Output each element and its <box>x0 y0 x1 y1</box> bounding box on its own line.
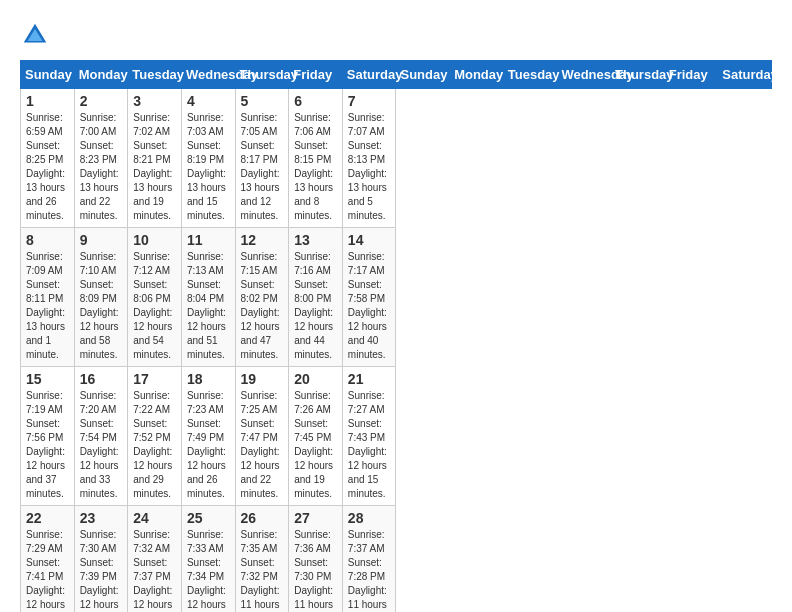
day-info: Sunrise: 6:59 AM Sunset: 8:25 PM Dayligh… <box>26 111 69 223</box>
col-header-thursday: Thursday <box>235 61 289 89</box>
calendar-week-1: 1Sunrise: 6:59 AM Sunset: 8:25 PM Daylig… <box>21 89 772 228</box>
col-header-friday: Friday <box>289 61 343 89</box>
calendar-cell: 12Sunrise: 7:15 AM Sunset: 8:02 PM Dayli… <box>235 228 289 367</box>
day-number: 26 <box>241 510 284 526</box>
day-info: Sunrise: 7:12 AM Sunset: 8:06 PM Dayligh… <box>133 250 176 362</box>
day-info: Sunrise: 7:13 AM Sunset: 8:04 PM Dayligh… <box>187 250 230 362</box>
day-info: Sunrise: 7:06 AM Sunset: 8:15 PM Dayligh… <box>294 111 337 223</box>
col-header-sunday: Sunday <box>21 61 75 89</box>
calendar-cell: 14Sunrise: 7:17 AM Sunset: 7:58 PM Dayli… <box>342 228 396 367</box>
day-info: Sunrise: 7:29 AM Sunset: 7:41 PM Dayligh… <box>26 528 69 612</box>
col-header-saturday: Saturday <box>342 61 396 89</box>
calendar-cell: 15Sunrise: 7:19 AM Sunset: 7:56 PM Dayli… <box>21 367 75 506</box>
day-number: 20 <box>294 371 337 387</box>
day-number: 23 <box>80 510 123 526</box>
day-number: 18 <box>187 371 230 387</box>
day-number: 11 <box>187 232 230 248</box>
col-wednesday: Wednesday <box>557 61 611 89</box>
calendar-cell: 8Sunrise: 7:09 AM Sunset: 8:11 PM Daylig… <box>21 228 75 367</box>
day-info: Sunrise: 7:26 AM Sunset: 7:45 PM Dayligh… <box>294 389 337 501</box>
day-number: 13 <box>294 232 337 248</box>
calendar-week-2: 8Sunrise: 7:09 AM Sunset: 8:11 PM Daylig… <box>21 228 772 367</box>
day-info: Sunrise: 7:36 AM Sunset: 7:30 PM Dayligh… <box>294 528 337 612</box>
day-info: Sunrise: 7:32 AM Sunset: 7:37 PM Dayligh… <box>133 528 176 612</box>
day-number: 1 <box>26 93 69 109</box>
calendar-cell: 3Sunrise: 7:02 AM Sunset: 8:21 PM Daylig… <box>128 89 182 228</box>
day-info: Sunrise: 7:35 AM Sunset: 7:32 PM Dayligh… <box>241 528 284 612</box>
day-info: Sunrise: 7:10 AM Sunset: 8:09 PM Dayligh… <box>80 250 123 362</box>
calendar-cell: 17Sunrise: 7:22 AM Sunset: 7:52 PM Dayli… <box>128 367 182 506</box>
calendar-cell: 20Sunrise: 7:26 AM Sunset: 7:45 PM Dayli… <box>289 367 343 506</box>
day-number: 6 <box>294 93 337 109</box>
day-info: Sunrise: 7:20 AM Sunset: 7:54 PM Dayligh… <box>80 389 123 501</box>
calendar-cell: 9Sunrise: 7:10 AM Sunset: 8:09 PM Daylig… <box>74 228 128 367</box>
calendar-cell: 5Sunrise: 7:05 AM Sunset: 8:17 PM Daylig… <box>235 89 289 228</box>
col-saturday: Saturday <box>718 61 772 89</box>
day-number: 12 <box>241 232 284 248</box>
day-number: 17 <box>133 371 176 387</box>
day-info: Sunrise: 7:03 AM Sunset: 8:19 PM Dayligh… <box>187 111 230 223</box>
day-number: 5 <box>241 93 284 109</box>
calendar-cell: 27Sunrise: 7:36 AM Sunset: 7:30 PM Dayli… <box>289 506 343 613</box>
day-number: 2 <box>80 93 123 109</box>
calendar-cell: 28Sunrise: 7:37 AM Sunset: 7:28 PM Dayli… <box>342 506 396 613</box>
day-info: Sunrise: 7:07 AM Sunset: 8:13 PM Dayligh… <box>348 111 391 223</box>
day-info: Sunrise: 7:15 AM Sunset: 8:02 PM Dayligh… <box>241 250 284 362</box>
day-number: 21 <box>348 371 391 387</box>
col-tuesday: Tuesday <box>503 61 557 89</box>
logo-icon <box>20 20 50 50</box>
calendar-cell: 2Sunrise: 7:00 AM Sunset: 8:23 PM Daylig… <box>74 89 128 228</box>
calendar-cell: 26Sunrise: 7:35 AM Sunset: 7:32 PM Dayli… <box>235 506 289 613</box>
calendar-cell: 6Sunrise: 7:06 AM Sunset: 8:15 PM Daylig… <box>289 89 343 228</box>
calendar-week-4: 22Sunrise: 7:29 AM Sunset: 7:41 PM Dayli… <box>21 506 772 613</box>
calendar-cell: 19Sunrise: 7:25 AM Sunset: 7:47 PM Dayli… <box>235 367 289 506</box>
page-header <box>20 20 772 50</box>
calendar-cell: 13Sunrise: 7:16 AM Sunset: 8:00 PM Dayli… <box>289 228 343 367</box>
calendar-cell: 23Sunrise: 7:30 AM Sunset: 7:39 PM Dayli… <box>74 506 128 613</box>
day-info: Sunrise: 7:19 AM Sunset: 7:56 PM Dayligh… <box>26 389 69 501</box>
calendar-cell: 10Sunrise: 7:12 AM Sunset: 8:06 PM Dayli… <box>128 228 182 367</box>
day-number: 10 <box>133 232 176 248</box>
day-number: 27 <box>294 510 337 526</box>
day-info: Sunrise: 7:30 AM Sunset: 7:39 PM Dayligh… <box>80 528 123 612</box>
day-number: 8 <box>26 232 69 248</box>
col-header-tuesday: Tuesday <box>128 61 182 89</box>
col-header-monday: Monday <box>74 61 128 89</box>
calendar-cell: 16Sunrise: 7:20 AM Sunset: 7:54 PM Dayli… <box>74 367 128 506</box>
calendar-cell: 7Sunrise: 7:07 AM Sunset: 8:13 PM Daylig… <box>342 89 396 228</box>
day-number: 4 <box>187 93 230 109</box>
day-info: Sunrise: 7:17 AM Sunset: 7:58 PM Dayligh… <box>348 250 391 362</box>
day-info: Sunrise: 7:23 AM Sunset: 7:49 PM Dayligh… <box>187 389 230 501</box>
day-info: Sunrise: 7:33 AM Sunset: 7:34 PM Dayligh… <box>187 528 230 612</box>
col-friday: Friday <box>664 61 718 89</box>
day-info: Sunrise: 7:22 AM Sunset: 7:52 PM Dayligh… <box>133 389 176 501</box>
calendar-week-3: 15Sunrise: 7:19 AM Sunset: 7:56 PM Dayli… <box>21 367 772 506</box>
calendar-cell: 21Sunrise: 7:27 AM Sunset: 7:43 PM Dayli… <box>342 367 396 506</box>
day-number: 14 <box>348 232 391 248</box>
col-sunday: Sunday <box>396 61 450 89</box>
logo <box>20 20 54 50</box>
calendar-cell: 24Sunrise: 7:32 AM Sunset: 7:37 PM Dayli… <box>128 506 182 613</box>
day-number: 15 <box>26 371 69 387</box>
day-info: Sunrise: 7:02 AM Sunset: 8:21 PM Dayligh… <box>133 111 176 223</box>
calendar-cell: 25Sunrise: 7:33 AM Sunset: 7:34 PM Dayli… <box>181 506 235 613</box>
calendar-cell: 1Sunrise: 6:59 AM Sunset: 8:25 PM Daylig… <box>21 89 75 228</box>
day-info: Sunrise: 7:27 AM Sunset: 7:43 PM Dayligh… <box>348 389 391 501</box>
day-number: 19 <box>241 371 284 387</box>
day-info: Sunrise: 7:16 AM Sunset: 8:00 PM Dayligh… <box>294 250 337 362</box>
col-header-wednesday: Wednesday <box>181 61 235 89</box>
calendar-cell: 4Sunrise: 7:03 AM Sunset: 8:19 PM Daylig… <box>181 89 235 228</box>
day-number: 22 <box>26 510 69 526</box>
day-number: 16 <box>80 371 123 387</box>
day-info: Sunrise: 7:09 AM Sunset: 8:11 PM Dayligh… <box>26 250 69 362</box>
day-number: 3 <box>133 93 176 109</box>
calendar-table: SundayMondayTuesdayWednesdayThursdayFrid… <box>20 60 772 612</box>
day-info: Sunrise: 7:00 AM Sunset: 8:23 PM Dayligh… <box>80 111 123 223</box>
day-info: Sunrise: 7:37 AM Sunset: 7:28 PM Dayligh… <box>348 528 391 612</box>
calendar-cell: 18Sunrise: 7:23 AM Sunset: 7:49 PM Dayli… <box>181 367 235 506</box>
day-info: Sunrise: 7:05 AM Sunset: 8:17 PM Dayligh… <box>241 111 284 223</box>
day-number: 28 <box>348 510 391 526</box>
col-thursday: Thursday <box>611 61 665 89</box>
day-number: 24 <box>133 510 176 526</box>
calendar-cell: 22Sunrise: 7:29 AM Sunset: 7:41 PM Dayli… <box>21 506 75 613</box>
